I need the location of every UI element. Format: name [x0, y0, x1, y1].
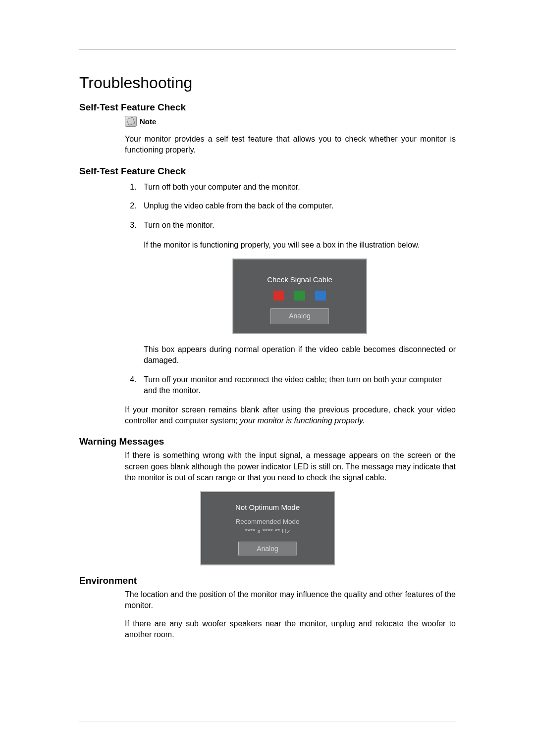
bottom-divider — [79, 721, 456, 721]
swatch-blue-icon — [315, 291, 326, 301]
osd-analog-button: Analog — [270, 308, 329, 324]
swatch-green-icon — [294, 291, 305, 301]
osd-not-optimum-box: Not Optimum Mode Recommended Mode **** x… — [200, 491, 335, 565]
trailer-italic: your monitor is functioning properly. — [240, 416, 365, 425]
step-3-subtext: If the monitor is functioning properly, … — [144, 240, 456, 251]
osd-check-signal-wrap: Check Signal Cable Analog — [144, 258, 456, 334]
page: Troubleshooting Self-Test Feature Check … — [0, 0, 535, 640]
osd-check-signal-box: Check Signal Cable Analog — [232, 258, 367, 334]
step-1-text: Turn off both your computer and the moni… — [144, 182, 456, 193]
step-3-after-text: This box appears during normal operation… — [144, 344, 456, 366]
section-self-test-intro-heading: Self-Test Feature Check — [79, 102, 456, 113]
step-2: Unplug the video cable from the back of … — [139, 201, 456, 211]
note-body-text: Your monitor provides a self test featur… — [125, 134, 456, 156]
warning-body: If there is something wrong with the inp… — [125, 450, 456, 483]
step-4-text: Turn off your monitor and reconnect the … — [144, 374, 456, 397]
self-test-trailer: If your monitor screen remains blank aft… — [125, 404, 456, 427]
osd-not-optimum-heading: Not Optimum Mode — [209, 503, 326, 511]
environment-p2: If there are any sub woofer speakers nea… — [125, 618, 456, 641]
page-title: Troubleshooting — [79, 74, 456, 92]
step-1: Turn off both your computer and the moni… — [139, 182, 456, 193]
osd-recommended-mode: Recommended Mode **** x **** ** Hz — [209, 517, 326, 535]
steps-list: Turn off both your computer and the moni… — [139, 182, 456, 397]
step-4: Turn off your monitor and reconnect the … — [139, 374, 456, 397]
section-warning-heading: Warning Messages — [79, 436, 456, 447]
osd-check-signal-heading: Check Signal Cable — [241, 274, 358, 285]
note-label: Note — [140, 117, 156, 126]
swatch-red-icon — [273, 291, 284, 301]
osd-analog-button-2: Analog — [238, 542, 297, 555]
osd-not-optimum-wrap: Not Optimum Mode Recommended Mode **** x… — [79, 491, 456, 565]
step-3: Turn on the monitor. If the monitor is f… — [139, 220, 456, 366]
note-icon — [125, 116, 137, 127]
step-2-text: Unplug the video cable from the back of … — [144, 201, 456, 211]
note-row: Note — [125, 116, 456, 127]
osd-recommended-line2: **** x **** ** Hz — [245, 527, 290, 535]
environment-p1: The location and the position of the mon… — [125, 589, 456, 611]
osd-color-swatches — [241, 291, 358, 301]
section-environment-heading: Environment — [79, 575, 456, 586]
top-divider — [79, 50, 456, 50]
section-self-test-steps-heading: Self-Test Feature Check — [79, 166, 456, 177]
osd-recommended-line1: Recommended Mode — [235, 518, 299, 525]
step-3-text: Turn on the monitor. — [144, 220, 456, 231]
